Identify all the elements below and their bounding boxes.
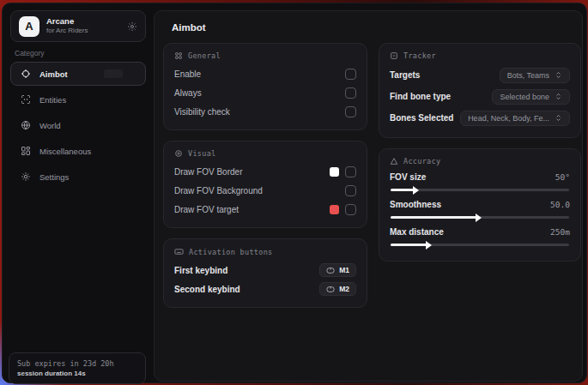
activation-buttons-card: Activation buttons First keybind M1 Seco… — [163, 238, 367, 308]
max-distance-value: 250m — [550, 227, 570, 237]
sidebar: A Arcane for Arc Riders Category — [3, 3, 152, 382]
grid-icon — [21, 146, 31, 156]
enable-row: Enable — [174, 64, 356, 83]
targets-dropdown[interactable]: Bots, Teams — [500, 68, 570, 83]
find-bone-type-row: Find bone type Selected bone — [390, 86, 570, 107]
fov-size-row: FOV size 50° — [390, 170, 570, 191]
fov-size-label: FOV size — [390, 172, 426, 182]
first-keybind-button[interactable]: M1 — [319, 263, 356, 277]
tracker-card-title: Tracker — [403, 51, 436, 60]
sidebar-item-miscellaneous[interactable]: Miscellaneous — [10, 139, 146, 163]
always-row: Always — [174, 83, 356, 102]
subscription-card: Sub expires in 23d 20h session duration … — [9, 352, 146, 384]
max-distance-slider-fill — [391, 244, 427, 246]
second-keybind-button[interactable]: M2 — [319, 282, 356, 296]
smoothness-value: 50.0 — [550, 200, 570, 209]
screen: A Arcane for Arc Riders Category — [0, 0, 588, 385]
bones-selected-dropdown[interactable]: Head, Neck, Body, Fe... — [460, 111, 570, 126]
chevrons-up-down-icon — [555, 114, 562, 122]
general-grid-icon — [174, 51, 183, 60]
globe-icon — [21, 120, 31, 130]
smoothness-label: Smoothness — [390, 200, 441, 209]
category-label: Category — [15, 49, 45, 57]
smoothness-row: Smoothness 50.0 — [390, 197, 570, 219]
enable-checkbox[interactable] — [345, 69, 356, 80]
enable-label: Enable — [174, 69, 201, 79]
mouse-icon — [326, 286, 335, 293]
draw-fov-background-row: Draw FOV Background — [174, 181, 356, 200]
accuracy-card: Accuracy FOV size 50° — [379, 148, 581, 262]
aimbot-keybind-hint — [104, 69, 123, 78]
logo-letter: A — [25, 20, 33, 33]
brand-card: A Arcane for Arc Riders — [10, 10, 146, 42]
app-subtitle: for Arc Riders — [46, 27, 120, 34]
smoothness-slider-thumb[interactable] — [476, 214, 482, 222]
sidebar-nav: Aimbot Entities — [10, 62, 146, 189]
find-bone-type-dropdown[interactable]: Selected bone — [492, 89, 570, 105]
first-keybind-label: First keybind — [174, 266, 227, 275]
always-checkbox[interactable] — [345, 87, 356, 99]
triangle-icon — [390, 157, 398, 165]
sidebar-item-entities[interactable]: Entities — [10, 87, 146, 111]
app-name: Arcane — [46, 17, 120, 27]
first-keybind-value: M1 — [339, 266, 349, 274]
sidebar-item-world[interactable]: World — [10, 113, 146, 137]
right-column: Tracker Targets Bots, Teams Find bone ty… — [379, 43, 581, 262]
general-card-header: General — [174, 51, 356, 60]
accuracy-card-header: Accuracy — [390, 157, 570, 165]
visual-card-title: Visual — [188, 149, 216, 158]
general-card-title: General — [188, 51, 221, 60]
draw-fov-border-controls — [330, 166, 356, 177]
draw-fov-border-label: Draw FOV Border — [174, 167, 242, 177]
tracker-card: Tracker Targets Bots, Teams Find bone ty… — [379, 43, 581, 138]
app-window: A Arcane for Arc Riders Category — [2, 3, 587, 383]
sub-expiry-text: Sub expires in 23d 20h — [17, 359, 137, 368]
sidebar-item-label: Settings — [39, 172, 69, 182]
fov-size-slider[interactable] — [391, 189, 569, 191]
max-distance-slider-thumb[interactable] — [426, 241, 432, 250]
targets-label: Targets — [390, 70, 420, 80]
second-keybind-row: Second keybind M2 — [174, 280, 356, 298]
draw-fov-target-row: Draw FOV target — [174, 200, 356, 219]
mouse-icon — [326, 267, 335, 274]
accuracy-card-title: Accuracy — [403, 157, 440, 165]
session-duration-text: session duration 14s — [17, 370, 137, 377]
visibility-check-row: Visibility check — [174, 102, 356, 121]
fov-size-slider-thumb[interactable] — [413, 186, 419, 195]
chevrons-up-down-icon — [555, 71, 562, 79]
gear-icon — [21, 171, 31, 182]
sidebar-item-aimbot[interactable]: Aimbot — [10, 62, 146, 86]
brand-text: Arcane for Arc Riders — [46, 17, 120, 34]
find-bone-type-value: Selected bone — [500, 93, 549, 101]
page-title: Aimbot — [172, 22, 206, 33]
fov-size-value: 50° — [555, 172, 570, 182]
second-keybind-label: Second keybind — [174, 285, 240, 294]
visibility-check-checkbox[interactable] — [345, 106, 356, 117]
second-keybind-value: M2 — [339, 285, 349, 293]
visual-focus-icon — [174, 149, 183, 158]
smoothness-slider[interactable] — [391, 216, 569, 219]
max-distance-row: Max distance 250m — [390, 225, 570, 246]
smoothness-slider-fill — [391, 216, 476, 219]
activation-card-header: Activation buttons — [174, 247, 356, 256]
draw-fov-target-checkbox[interactable] — [345, 204, 356, 215]
sidebar-item-settings[interactable]: Settings — [10, 165, 146, 189]
always-label: Always — [174, 88, 202, 98]
sidebar-item-label: Aimbot — [39, 69, 68, 79]
fov-target-color-swatch[interactable] — [330, 205, 339, 214]
tracker-card-header: Tracker — [390, 51, 570, 60]
chevrons-up-down-icon — [555, 93, 562, 100]
fov-border-color-swatch[interactable] — [330, 167, 339, 177]
draw-fov-target-controls — [330, 204, 356, 215]
max-distance-slider[interactable] — [391, 244, 569, 246]
crosshair-icon — [21, 69, 31, 79]
visibility-check-label: Visibility check — [174, 107, 230, 117]
draw-fov-background-checkbox[interactable] — [345, 185, 356, 196]
visual-card-header: Visual — [174, 149, 356, 158]
draw-fov-border-row: Draw FOV Border — [174, 162, 356, 181]
draw-fov-border-checkbox[interactable] — [345, 166, 356, 177]
targets-row: Targets Bots, Teams — [390, 64, 570, 86]
visual-card: Visual Draw FOV Border Draw FOV Backgrou… — [163, 141, 367, 228]
brand-settings-icon[interactable] — [127, 21, 137, 32]
keyboard-icon — [174, 247, 184, 256]
